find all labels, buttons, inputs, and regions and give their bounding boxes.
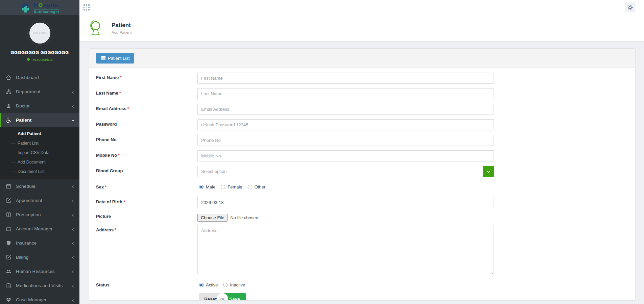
apps-grid-icon[interactable] bbox=[79, 0, 94, 15]
chevron-left-icon bbox=[71, 255, 75, 259]
clipboard-icon bbox=[6, 283, 11, 288]
email-label: Email Address* bbox=[96, 104, 197, 115]
sidebar-item-label: Doctor bbox=[16, 103, 30, 108]
sitemap-icon bbox=[6, 89, 11, 95]
sidebar-nav: DashboardDepartmentDoctorPatientAdd Pati… bbox=[0, 70, 79, 304]
chevron-down-icon bbox=[486, 170, 491, 174]
address-textarea[interactable] bbox=[197, 225, 494, 274]
brand-icon bbox=[20, 2, 31, 14]
sidebar-item-appointment[interactable]: Appointment bbox=[0, 193, 79, 207]
page-title: Patient bbox=[112, 22, 132, 29]
form-row: Last Name* bbox=[96, 88, 628, 99]
submenu-item-document-list[interactable]: Document List bbox=[0, 167, 79, 176]
user-block: 293 x 350 GGGGGGGG GGGGGGGG recepcionist… bbox=[0, 15, 79, 61]
email-field[interactable] bbox=[197, 104, 494, 115]
page-header: Patient Add Patient bbox=[79, 15, 644, 42]
brand-logo[interactable]: Hspita Automanager bbox=[0, 0, 79, 15]
calendar-icon bbox=[6, 183, 11, 189]
sex-female-radio[interactable] bbox=[221, 185, 225, 189]
content-area: Patient List First Name* Last Name* Emai… bbox=[79, 42, 644, 304]
submenu-item-add-patient[interactable]: Add Patient bbox=[0, 129, 79, 138]
submenu-item-add-document[interactable]: Add Document bbox=[0, 157, 79, 167]
table-list-icon bbox=[101, 56, 105, 60]
sidebar-item-label: Billing bbox=[16, 255, 28, 260]
chevron-down-icon bbox=[71, 118, 75, 122]
last-name-input[interactable] bbox=[197, 88, 494, 99]
add-patient-panel: Patient List First Name* Last Name* Emai… bbox=[89, 48, 636, 301]
password-field[interactable] bbox=[197, 119, 494, 130]
sidebar-item-label: Schedule bbox=[16, 184, 35, 189]
first-name-input[interactable] bbox=[197, 73, 494, 84]
chevron-left-icon bbox=[71, 241, 75, 245]
phone-label: Phone No bbox=[96, 135, 197, 146]
sidebar-item-department[interactable]: Department bbox=[0, 84, 79, 99]
user-role-label: recepcionista bbox=[32, 57, 53, 61]
sex-radio-group: Male Female Other bbox=[197, 181, 494, 193]
picture-label: Picture bbox=[96, 212, 197, 222]
form-row: Picture Choose File No file chosen bbox=[96, 212, 628, 222]
dob-label: Date of Birth* bbox=[96, 197, 197, 208]
status-label: Status bbox=[96, 279, 197, 290]
blood-group-dropdown-button[interactable] bbox=[483, 166, 494, 177]
sex-male-radio[interactable] bbox=[199, 185, 204, 189]
sidebar-item-label: Account Manager bbox=[16, 226, 53, 231]
submenu-patient: Add PatientPatient ListImport CSV DataAd… bbox=[0, 127, 79, 179]
status-active-label: Active bbox=[206, 282, 218, 287]
sidebar-item-account-manager[interactable]: Account Manager bbox=[0, 222, 79, 236]
sidebar-item-prescription[interactable]: Prescription bbox=[0, 207, 79, 222]
last-name-label: Last Name* bbox=[96, 88, 197, 99]
dob-input[interactable] bbox=[197, 197, 494, 208]
sidebar-item-dashboard[interactable]: Dashboard bbox=[0, 70, 79, 84]
home-icon bbox=[6, 75, 11, 80]
blood-group-selected-value: Select option bbox=[198, 166, 494, 177]
chevron-left-icon bbox=[71, 90, 75, 93]
mobile-input[interactable] bbox=[197, 150, 494, 161]
shield-icon bbox=[6, 240, 11, 246]
sex-other-radio[interactable] bbox=[248, 185, 252, 189]
chevron-left-icon bbox=[71, 104, 75, 107]
main-area: Patient Add Patient Patient List First N… bbox=[79, 0, 644, 304]
sex-label: Sex* bbox=[96, 181, 197, 193]
globe-icon bbox=[89, 20, 102, 37]
sex-male-label: Male bbox=[206, 184, 215, 189]
chevron-left-icon bbox=[71, 199, 75, 202]
sidebar-item-human-resources[interactable]: Human Resources bbox=[0, 264, 79, 278]
settings-button[interactable] bbox=[625, 2, 635, 12]
address-label: Address* bbox=[96, 225, 197, 275]
phone-input[interactable] bbox=[197, 135, 494, 146]
panel-header: Patient List bbox=[89, 49, 635, 68]
mobile-label: Mobile No* bbox=[96, 150, 197, 161]
chevron-left-icon bbox=[71, 298, 75, 301]
heartbeat-icon bbox=[6, 297, 11, 303]
submenu-item-import-csv-data[interactable]: Import CSV Data bbox=[0, 148, 79, 157]
online-status-dot bbox=[27, 58, 30, 61]
sidebar-item-medications-and-visits[interactable]: Medications and Visits bbox=[0, 278, 79, 293]
sex-other-label: Other bbox=[255, 184, 266, 189]
sidebar-item-label: Appointment bbox=[16, 198, 42, 203]
sidebar-item-insurance[interactable]: Insurance bbox=[0, 236, 79, 250]
submenu-item-patient-list[interactable]: Patient List bbox=[0, 138, 79, 148]
status-active-radio[interactable] bbox=[199, 283, 204, 287]
patient-list-button[interactable]: Patient List bbox=[96, 53, 134, 64]
status-inactive-label: Inactive bbox=[230, 282, 245, 287]
blood-group-select[interactable]: Select option bbox=[197, 166, 494, 177]
brand-o-ring bbox=[39, 3, 43, 7]
top-navbar bbox=[79, 0, 644, 15]
avatar[interactable]: 293 x 350 bbox=[29, 23, 50, 44]
sidebar-item-case-manager[interactable]: Case Manager bbox=[0, 293, 79, 304]
doctor-icon bbox=[6, 103, 11, 109]
choose-file-button[interactable]: Choose File bbox=[197, 214, 228, 222]
sidebar-item-billing[interactable]: Billing bbox=[0, 250, 79, 264]
sidebar-item-label: Department bbox=[16, 89, 41, 94]
form-row: Blood Group Select option bbox=[96, 166, 628, 177]
form-row: Mobile No* bbox=[96, 150, 628, 161]
sidebar-item-doctor[interactable]: Doctor bbox=[0, 99, 79, 113]
file-chosen-status: No file chosen bbox=[230, 215, 258, 220]
form-row: First Name* bbox=[96, 73, 628, 84]
status-inactive-radio[interactable] bbox=[223, 283, 228, 287]
form-row: Phone No bbox=[96, 135, 628, 146]
sidebar-item-patient[interactable]: Patient bbox=[0, 113, 79, 127]
form-row: Address* bbox=[96, 225, 628, 275]
sidebar-item-schedule[interactable]: Schedule bbox=[0, 179, 79, 193]
sidebar-item-label: Human Resources bbox=[16, 269, 55, 274]
